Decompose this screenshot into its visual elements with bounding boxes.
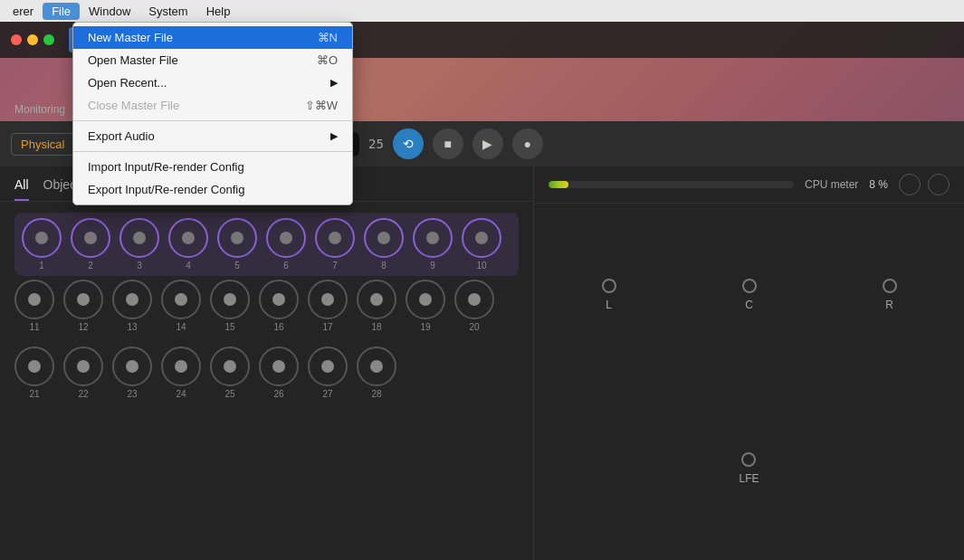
separator-2: [73, 151, 352, 152]
input-14[interactable]: 14: [161, 280, 201, 332]
input-20[interactable]: 20: [454, 280, 494, 332]
input-4[interactable]: 4: [168, 218, 208, 271]
input-19[interactable]: 19: [406, 280, 445, 332]
input-8[interactable]: 8: [364, 218, 404, 271]
input-7[interactable]: 7: [315, 218, 355, 271]
content-area: All Objects 1 2: [0, 166, 964, 560]
menu-open-master-file[interactable]: Open Master File ⌘O: [73, 49, 352, 71]
menu-item-window[interactable]: Window: [80, 3, 139, 20]
input-28[interactable]: 28: [357, 346, 396, 399]
input-25[interactable]: 25: [210, 346, 250, 399]
speaker-icon-1: [899, 174, 921, 195]
menu-bar: erer File Window System Help: [0, 0, 964, 22]
channel-label-C: C: [745, 299, 753, 311]
channel-LFE: LFE: [739, 452, 759, 485]
menu-open-recent[interactable]: Open Recent... ▶: [73, 71, 352, 94]
channel-dot-L: [602, 279, 616, 293]
menu-item-system[interactable]: System: [139, 3, 196, 20]
stop-button[interactable]: ■: [433, 128, 463, 159]
cpu-label: CPU meter: [805, 178, 858, 191]
export-audio-label: Export Audio: [88, 129, 155, 143]
speaker-icon-2: [928, 174, 950, 195]
menu-new-master-file[interactable]: New Master File ⌘N: [73, 26, 352, 49]
new-master-shortcut: ⌘N: [318, 31, 338, 44]
open-recent-arrow: ▶: [330, 77, 338, 89]
menu-export-audio[interactable]: Export Audio ▶: [73, 125, 352, 147]
input-17[interactable]: 17: [308, 280, 348, 332]
input-row-2: 11 12 13 14: [14, 280, 519, 332]
input-9[interactable]: 9: [413, 218, 453, 271]
menu-item-app[interactable]: erer: [4, 3, 43, 20]
cpu-bar-fill: [549, 181, 568, 188]
input-11[interactable]: 11: [14, 280, 54, 332]
menu-item-help[interactable]: Help: [197, 3, 240, 20]
input-6[interactable]: 6: [266, 218, 306, 271]
input-24[interactable]: 24: [161, 346, 201, 399]
channel-R: R: [883, 279, 897, 311]
channel-dot-LFE: [741, 452, 756, 467]
input-2[interactable]: 2: [71, 218, 110, 271]
maximize-button[interactable]: [43, 34, 54, 45]
right-panel: CPU meter 8 % L C R: [534, 166, 964, 560]
open-master-shortcut: ⌘O: [317, 53, 338, 67]
channel-dot-C: [742, 279, 757, 293]
close-button[interactable]: [11, 34, 22, 45]
inputs-grid: 1 2 3 4: [0, 202, 533, 560]
input-16[interactable]: 16: [259, 280, 299, 332]
input-23[interactable]: 23: [112, 346, 152, 399]
monitoring-label: Monitoring: [14, 103, 65, 116]
channel-display: L C R LFE: [534, 204, 964, 560]
physical-label: Physical: [21, 138, 64, 151]
import-input-label: Import Input/Re-render Config: [88, 160, 244, 174]
input-1[interactable]: 1: [22, 218, 62, 271]
menu-close-master-file: Close Master File ⇧⌘W: [73, 94, 352, 117]
close-master-shortcut: ⇧⌘W: [305, 99, 338, 112]
menu-export-input-config[interactable]: Export Input/Re-render Config: [73, 178, 352, 201]
input-row-1: 1 2 3 4: [14, 213, 519, 276]
channel-label-L: L: [606, 299, 612, 311]
channel-label-LFE: LFE: [739, 472, 759, 485]
fps-display: 25: [368, 137, 384, 151]
input-5[interactable]: 5: [217, 218, 257, 271]
separator-1: [73, 120, 352, 121]
close-master-label: Close Master File: [88, 99, 179, 112]
cpu-percent: 8 %: [869, 178, 888, 191]
channel-label-R: R: [885, 299, 893, 311]
export-audio-arrow: ▶: [330, 130, 338, 142]
channel-dot-R: [883, 279, 897, 293]
cpu-bar-row: CPU meter 8 %: [534, 166, 964, 204]
tab-all[interactable]: All: [14, 174, 29, 201]
cpu-bar-container: [549, 181, 794, 188]
menu-import-input-config[interactable]: Import Input/Re-render Config: [73, 156, 352, 178]
left-panel: All Objects 1 2: [0, 166, 534, 560]
channel-L: L: [602, 279, 616, 311]
channel-C: C: [742, 279, 757, 311]
input-12[interactable]: 12: [63, 280, 103, 332]
new-master-label: New Master File: [88, 31, 173, 44]
file-dropdown-menu: New Master File ⌘N Open Master File ⌘O O…: [72, 22, 353, 205]
input-15[interactable]: 15: [210, 280, 250, 332]
record-button[interactable]: ●: [512, 128, 543, 159]
traffic-lights: [11, 34, 54, 45]
input-21[interactable]: 21: [14, 346, 54, 399]
history-button[interactable]: ⟲: [393, 128, 424, 159]
open-master-label: Open Master File: [88, 53, 178, 67]
input-26[interactable]: 26: [259, 346, 299, 399]
play-button[interactable]: ▶: [472, 128, 503, 159]
export-input-label: Export Input/Re-render Config: [88, 183, 244, 196]
input-3[interactable]: 3: [119, 218, 159, 271]
input-27[interactable]: 27: [308, 346, 348, 399]
input-row-3: 21 22 23 24: [14, 346, 519, 399]
input-13[interactable]: 13: [112, 280, 152, 332]
open-recent-label: Open Recent...: [88, 76, 167, 90]
input-10[interactable]: 10: [462, 218, 501, 271]
speaker-icons: [899, 174, 950, 195]
minimize-button[interactable]: [27, 34, 38, 45]
menu-item-file[interactable]: File: [43, 3, 80, 20]
input-22[interactable]: 22: [63, 346, 103, 399]
input-18[interactable]: 18: [357, 280, 396, 332]
